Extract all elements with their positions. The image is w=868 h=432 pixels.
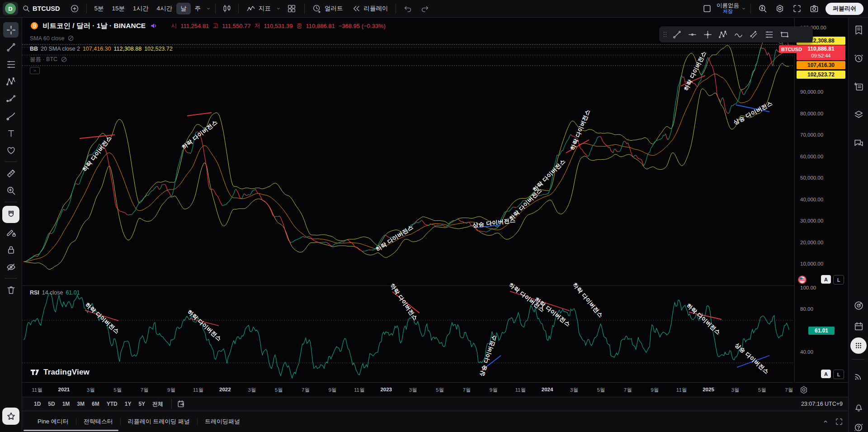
sma-legend[interactable]: SMA 60 close [30,35,64,42]
interval-주[interactable]: 주 [191,3,205,14]
object-tree-panel[interactable] [850,106,867,123]
time-axis[interactable]: 11월20213월5월7월9월11월20223월5월7월9월11월20233월5… [22,382,848,397]
text-tool[interactable] [3,125,19,141]
stay-in-drawing-mode[interactable] [3,225,19,240]
legend-collapse-button[interactable] [30,67,40,74]
save-button[interactable]: 저장 [723,9,733,14]
panel-collapse-icon[interactable] [821,417,830,426]
range-1M[interactable]: 1M [59,399,74,409]
hide-all-drawings[interactable] [3,259,19,275]
indicators-button[interactable]: 지표 [242,3,275,14]
screenshot-icon[interactable] [809,4,819,14]
bearish-divergence-label[interactable]: 하락 다이버전스 [84,301,121,336]
crosshair-tool[interactable] [3,22,19,38]
range-5Y[interactable]: 5Y [135,399,149,409]
tabs-scrollbar[interactable] [24,430,118,431]
magnet-mode[interactable] [2,206,19,223]
fav-cross-line[interactable] [700,28,715,41]
notifications[interactable] [850,398,867,415]
range-전체[interactable]: 전체 [149,399,167,410]
interval-날[interactable]: 날 [176,3,191,14]
bearish-divergence-label[interactable]: 하락 다이버전스 [531,157,567,194]
alert-sound-icon[interactable] [149,21,159,31]
emoji-tool[interactable] [3,142,19,158]
undo-icon[interactable] [403,4,413,14]
calendar-panel[interactable] [850,318,867,335]
range-3M[interactable]: 3M [73,399,88,409]
eye-off-icon[interactable] [67,34,75,42]
volume-legend[interactable]: 볼륨 · BTC [30,56,57,63]
screener-panel[interactable] [850,297,867,314]
bearish-divergence-label[interactable]: 하락 다이버전스 [682,50,708,92]
interval-15분[interactable]: 15분 [108,3,129,14]
notes-panel[interactable] [850,78,867,95]
eye-off-icon[interactable] [60,56,68,63]
layout-square-icon[interactable] [702,4,712,14]
range-1Y[interactable]: 1Y [121,399,135,409]
chart-title[interactable]: 비트코인 / 달러 · 1날 · BINANCE [42,21,146,31]
symbol-search-icon[interactable] [22,4,31,13]
layout-name-menu[interactable]: 이름없음 저장 [717,3,739,14]
chevron-down-icon[interactable] [740,5,747,12]
fib-retracement-tool[interactable] [3,57,19,72]
streams-panel[interactable] [850,367,867,385]
chat-panel[interactable] [850,134,867,152]
bullish-divergence-label[interactable]: 상승 다이버전스 [732,100,774,127]
bearish-divergence-label[interactable]: 하락 다이버전스 [569,108,592,151]
fav-fib[interactable] [761,28,777,41]
bearish-divergence-label[interactable]: 하락 다이버전스 [180,119,219,151]
rsi-auto-scale-button[interactable]: A [821,370,831,378]
fav-parallel-channel[interactable] [746,28,761,41]
tab-2[interactable]: 전략테스터 [76,418,120,426]
bullish-divergence-label[interactable]: 상승 다이버전스 [478,334,499,377]
chart-style-icon[interactable] [222,3,232,14]
watchlist-panel[interactable] [850,21,867,38]
fullscreen-icon[interactable] [792,4,802,14]
currency-flag-icon[interactable] [797,275,807,285]
fav-wave[interactable] [731,28,746,41]
axis-settings-icon[interactable] [799,385,809,395]
quick-search-icon[interactable] [758,4,768,14]
symbol-search-input[interactable]: BTCUSD [33,5,60,12]
zoom-in-tool[interactable] [3,183,19,198]
clock[interactable]: 23:07:16 UTC+9 [801,401,843,407]
tab-3[interactable]: 리플레이 트레이딩 패널 [121,418,197,426]
price-scale[interactable]: 120,000.0090,000.0080,000.0070,000.0060,… [794,18,849,382]
trend-line-tool[interactable] [3,39,19,55]
panel-maximize-icon[interactable] [835,417,844,426]
bb-legend-name[interactable]: BB [30,46,38,52]
more-apps[interactable] [850,337,867,354]
bearish-divergence-label[interactable]: 하락 다이버전스 [374,223,415,253]
prediction-tool[interactable] [3,91,19,106]
bearish-divergence-label[interactable]: 하락 다이버전스 [685,302,722,337]
bearish-divergence-label[interactable]: 하락 다이버전스 [81,134,113,173]
drag-handle-icon[interactable] [661,29,669,40]
publish-button[interactable]: 퍼블리쉬 [826,3,863,15]
log-scale-button[interactable]: L [833,275,844,285]
intervals-expand-icon[interactable] [205,5,212,12]
alert-button[interactable]: 얼러트 [308,3,347,14]
interval-5분[interactable]: 5분 [90,3,108,14]
chevron-down-icon[interactable] [275,5,282,12]
range-6M[interactable]: 6M [88,399,103,409]
pane-divider[interactable] [22,285,794,286]
settings-icon[interactable] [775,4,785,14]
indicator-templates-icon[interactable] [287,4,297,14]
rsi-log-scale-button[interactable]: L [833,370,844,379]
auto-scale-button[interactable]: A [821,275,831,284]
interval-1시간[interactable]: 1시간 [129,3,153,14]
brush-tool[interactable] [3,108,19,123]
fav-trend-line[interactable] [669,28,684,41]
fav-pattern[interactable] [715,28,731,41]
lock-all-drawings[interactable] [3,242,19,257]
fav-horizontal-line[interactable] [684,28,700,41]
fav-rectangle[interactable] [777,28,792,41]
bullish-divergence-label[interactable]: 상승 다이버전스 [733,342,771,376]
help-center[interactable] [850,418,867,432]
bearish-divergence-label[interactable]: 하락 다이버전스 [186,309,223,343]
tab-4[interactable]: 트레이딩패널 [198,418,247,426]
xabcd-pattern-tool[interactable] [3,74,19,89]
range-1D[interactable]: 1D [30,399,44,409]
remove-objects[interactable] [3,282,19,298]
rsi-legend[interactable]: RSI 14 close 61.01 [30,290,80,296]
